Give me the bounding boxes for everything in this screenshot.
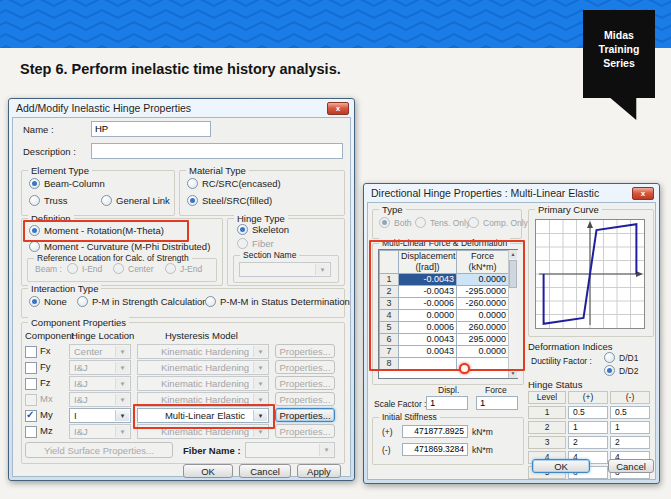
description-input[interactable] [91,143,343,159]
component-label-mx: Mx [40,393,53,404]
yield-surface-properties-button: Yield Surface Properties... [25,442,173,458]
hinge-location-select-mz: I&J▾ [69,424,131,439]
hinge-status-level: 3 [528,436,566,449]
radio-skeleton[interactable]: Skeleton [237,224,289,235]
radio-general-link[interactable]: General Link [101,195,170,206]
section-name-select: ▾ [239,262,331,277]
annotation-box-moment-rotation [23,220,189,242]
radio-fiber: Fiber [237,238,274,249]
checkbox-fy[interactable] [25,362,37,374]
chevron-down-icon: ▾ [253,378,267,389]
close-button[interactable]: x [632,187,654,200]
beam-label: Beam : [35,264,62,274]
radio-moment-curvature[interactable]: Moment - Curvature (M-Phi Distributed) [29,241,210,252]
hinge-location-select-my[interactable]: I▾ [69,408,131,423]
hinge-type-label: Hinge Type [234,213,288,224]
midas-training-series-badge: Midas Training Series [583,10,655,120]
radio-dot [468,217,479,228]
radio-dot [29,195,40,206]
hinge-status-neg-value[interactable]: 0.5 [610,406,650,419]
hinge-status-header-neg: (-) [610,391,650,404]
badge-line: Training [599,42,640,56]
hinge-status-pos-value[interactable]: 1 [568,421,608,434]
stiffness-neg-value[interactable]: 471869.3284 [402,443,468,456]
dialog-title: Add/Modify Inelastic Hinge Properties [9,99,354,117]
radio-both: Both [379,217,412,228]
chevron-down-icon: ▾ [115,410,129,421]
fiber-name-select: ▾ [245,442,335,458]
chevron-down-icon: ▾ [315,264,329,275]
radio-rc-src[interactable]: RC/SRC(encased) [187,178,281,189]
component-label-mz: Mz [40,425,53,436]
column-header-component: Component [25,330,74,341]
checkbox-fz[interactable] [25,378,37,390]
radio-tens-only: Tens. Only [415,217,470,228]
cancel-button[interactable]: Cancel [608,459,654,473]
radio-none[interactable]: None [29,296,67,307]
chevron-down-icon: ▾ [115,378,129,389]
radio-dot [237,238,248,249]
name-input[interactable]: HP [91,121,211,137]
scale-factor-force-input[interactable]: 1 [476,396,518,410]
page-title: Step 6. Perform inelastic time history a… [20,61,341,77]
radio-steel-src[interactable]: Steel/SRC(filled) [187,195,272,206]
hinge-location-select-fx: Center▾ [69,344,131,359]
dialog-title: Directional Hinge Properties : Multi-Lin… [364,184,659,202]
hinge-status-pos-value[interactable]: 2 [568,436,608,449]
stiffness-neg-unit: kN*m [472,445,493,455]
material-type-group: Material Type [179,170,345,216]
hysteresis-model-select-fx: Kinematic Hardening▾ [137,344,269,359]
badge-line: Midas [604,28,634,42]
chevron-down-icon: ▾ [319,444,333,456]
radio-dot [29,241,40,252]
hinge-status-neg-value[interactable]: 2 [610,436,650,449]
checkbox-my[interactable] [25,410,37,422]
deformation-indices-label: Deformation Indices [528,341,612,352]
chevron-down-icon: ▾ [253,362,267,373]
top-banner [0,0,671,48]
hysteresis-model-select-fy: Kinematic Hardening▾ [137,360,269,375]
hinge-status-pos-value[interactable]: 0.5 [568,406,608,419]
radio-dot [165,263,176,274]
radio-dot [604,352,615,363]
properties-button-my[interactable]: Properties... [275,408,335,422]
radio-beam-column[interactable]: Beam-Column [29,178,105,189]
interaction-type-label: Interaction Type [28,283,101,294]
radio-pmm-status[interactable]: P-M-M in Status Determination [205,296,350,307]
properties-button-fy: Properties... [275,360,335,374]
radio-dd2[interactable]: D/D2 [604,365,638,376]
checkbox-fx[interactable] [25,346,37,358]
component-label-fx: Fx [40,345,51,356]
radio-dot [205,296,216,307]
stiffness-pos-value[interactable]: 471877.8925 [402,425,468,438]
section-name-label: Section Name [240,250,299,261]
badge-line: Series [603,56,635,70]
ok-button[interactable]: OK [532,459,590,473]
scale-factor-displ-input[interactable]: 1 [426,396,468,410]
close-button[interactable]: x [327,102,349,115]
type-label: Type [379,204,406,215]
primary-curve-label: Primary Curve [535,204,602,215]
name-label: Name : [23,124,54,135]
radio-center: Center [113,263,154,274]
radio-pm-strength[interactable]: P-M in Strength Calculation [77,296,208,307]
chevron-down-icon: ▾ [115,362,129,373]
radio-dot [237,224,248,235]
checkbox-mz[interactable] [25,426,37,438]
radio-truss[interactable]: Truss [29,195,67,206]
apply-button[interactable]: Apply [297,464,341,478]
radio-dot [113,263,124,274]
ok-button[interactable]: OK [183,464,233,478]
hinge-status-neg-value[interactable]: 1 [610,421,650,434]
hinge-status-level: 2 [528,421,566,434]
radio-comp-only: Comp. Only [468,217,528,228]
radio-dd1[interactable]: D/D1 [604,352,638,363]
element-type-group: Element Type [21,170,175,216]
hysteresis-model-select-fz: Kinematic Hardening▾ [137,376,269,391]
cancel-button[interactable]: Cancel [239,464,291,478]
radio-dot [77,296,88,307]
component-label-fy: Fy [40,361,51,372]
hinge-status-header-level: Level [528,391,566,404]
hinge-location-select-fz: I&J▾ [69,376,131,391]
radio-dot [415,217,426,228]
